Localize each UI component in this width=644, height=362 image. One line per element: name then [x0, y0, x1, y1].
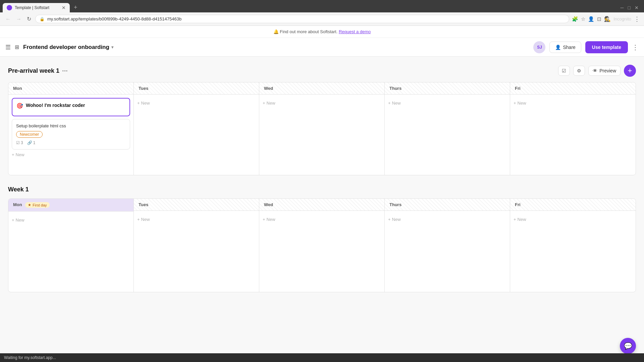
friday-new-button[interactable]: + New: [514, 101, 632, 106]
thursday-body: + New: [385, 95, 510, 175]
task-card-rockstar[interactable]: 🎯 Wohoo! I'm rockstar coder: [12, 98, 130, 116]
week1-monday-new-button[interactable]: + New: [12, 218, 130, 223]
extensions-icon[interactable]: 🧩: [572, 16, 578, 22]
new-label: New: [518, 101, 526, 106]
close-window-button[interactable]: ✕: [635, 5, 639, 10]
plus-icon: +: [12, 152, 14, 157]
status-bar: Waiting for my.softstart.app...: [0, 353, 644, 362]
minimize-button[interactable]: ─: [621, 5, 624, 10]
week1-tuesday-column: Tues + New: [134, 199, 259, 292]
week1-tuesday-new-button[interactable]: + New: [137, 217, 256, 222]
wednesday-body: + New: [259, 95, 384, 175]
section2-header: Week 1: [8, 186, 636, 193]
grid-icon[interactable]: ⊞: [15, 44, 19, 50]
check-count: 3: [21, 140, 23, 145]
tab-favicon: [7, 5, 12, 10]
request-demo-link[interactable]: Request a demo: [339, 29, 371, 34]
monday-body: 🎯 Wohoo! I'm rockstar coder Setup boiler…: [8, 95, 133, 175]
week1-wednesday-header: Wed: [259, 199, 384, 211]
first-day-text: First day: [33, 203, 47, 207]
week1-monday-column: Mon ★ First day + New: [8, 199, 134, 292]
week1-friday-new-button[interactable]: + New: [514, 217, 632, 222]
new-label: New: [16, 218, 24, 223]
tab-close-button[interactable]: ✕: [62, 5, 66, 10]
tab-bar: Template | Softstart ✕ + ─ □ ✕: [0, 0, 644, 12]
new-label: New: [518, 217, 526, 222]
sidebar-toggle-icon[interactable]: ⊡: [597, 16, 601, 22]
monday-header: Mon: [8, 82, 133, 95]
new-tab-button[interactable]: +: [71, 3, 80, 12]
monday-new-button[interactable]: + New: [12, 152, 130, 157]
week1-wednesday-body: + New: [259, 211, 384, 291]
page-title[interactable]: Frontend developer onboarding ▾: [23, 44, 529, 51]
wednesday-label: Wed: [264, 86, 273, 91]
star-icon: ★: [28, 203, 31, 207]
tab-title: Template | Softstart: [15, 5, 59, 10]
eye-icon: 👁: [593, 68, 597, 73]
incognito-icon: 🕵️: [604, 16, 611, 22]
week1-wednesday-new-button[interactable]: + New: [263, 217, 381, 222]
add-section-button[interactable]: +: [624, 65, 636, 77]
week1-tuesday-body: + New: [134, 211, 259, 291]
hamburger-icon[interactable]: ☰: [5, 44, 11, 51]
week1-thursday-new-button[interactable]: + New: [388, 217, 506, 222]
reload-button[interactable]: ↻: [25, 14, 33, 23]
section1-header: Pre-arrival week 1 ··· ☑ ⚙ 👁 Preview +: [8, 65, 636, 77]
back-button[interactable]: ←: [4, 15, 12, 23]
tuesday-body: + New: [134, 95, 259, 175]
url-input[interactable]: [47, 16, 565, 21]
settings-filter-button[interactable]: ⚙: [573, 66, 585, 76]
browser-chrome: Template | Softstart ✕ + ─ □ ✕ ← → ↻ 🔒 🧩…: [0, 0, 644, 26]
week1-wednesday-column: Wed + New: [259, 199, 385, 292]
wednesday-new-button[interactable]: + New: [263, 101, 381, 106]
checkbox-filter-button[interactable]: ☑: [558, 66, 570, 76]
thursday-column: Thurs + New: [385, 82, 510, 175]
plus-icon: +: [388, 217, 391, 222]
new-label: New: [392, 101, 401, 106]
new-label: New: [141, 101, 150, 106]
task-card-boilerplate[interactable]: Setup boilerplate html css Newcomer ☑ 3 …: [12, 119, 130, 149]
section1-options-button[interactable]: ···: [62, 67, 68, 75]
friday-label: Fri: [515, 86, 521, 91]
week1-thursday-header: Thurs: [385, 199, 510, 211]
task-tag-newcomer: Newcomer: [16, 131, 43, 138]
new-label: New: [267, 101, 275, 106]
week1-friday-body: + New: [510, 211, 636, 291]
section1-calendar: Mon 🎯 Wohoo! I'm rockstar coder Setup bo…: [8, 82, 636, 175]
chat-button[interactable]: 💬: [620, 338, 636, 354]
week1-friday-header: Fri: [510, 199, 636, 211]
tuesday-column: Tues + New: [134, 82, 259, 175]
maximize-button[interactable]: □: [628, 5, 631, 10]
bookmark-icon[interactable]: ☆: [581, 16, 585, 22]
week1-wednesday-label: Wed: [264, 202, 273, 207]
section1-title: Pre-arrival week 1 ···: [8, 67, 68, 75]
address-bar[interactable]: 🔒: [35, 15, 569, 23]
more-options-button[interactable]: ⋮: [632, 43, 639, 51]
first-day-badge: ★ First day: [25, 202, 49, 208]
forward-button[interactable]: →: [15, 15, 23, 23]
profile-icon[interactable]: 👤: [588, 16, 594, 22]
app-content: Pre-arrival week 1 ··· ☑ ⚙ 👁 Preview + M…: [0, 57, 644, 362]
preview-button[interactable]: 👁 Preview: [588, 66, 621, 76]
plus-icon: +: [514, 217, 516, 222]
tuesday-new-button[interactable]: + New: [137, 101, 256, 106]
thursday-header: Thurs: [385, 82, 510, 95]
user-avatar[interactable]: SJ: [533, 41, 545, 53]
friday-body: + New: [510, 95, 636, 175]
new-label: New: [267, 217, 275, 222]
nav-actions: 🧩 ☆ 👤 ⊡ 🕵️ Incognito ⋮: [572, 15, 640, 23]
thursday-new-button[interactable]: + New: [388, 101, 506, 106]
friday-column: Fri + New: [510, 82, 636, 175]
checkbox-icon: ☑: [562, 68, 566, 73]
week1-tuesday-label: Tues: [139, 202, 148, 207]
share-button[interactable]: 👤 Share: [549, 42, 581, 53]
active-tab[interactable]: Template | Softstart ✕: [3, 3, 70, 12]
week1-monday-body: + New: [8, 212, 133, 292]
menu-icon[interactable]: ⋮: [634, 15, 640, 23]
section1-title-text: Pre-arrival week 1: [8, 67, 59, 74]
page-title-text: Frontend developer onboarding: [23, 44, 109, 51]
section2: Week 1 Mon ★ First day + New: [8, 186, 636, 292]
week1-tuesday-header: Tues: [134, 199, 259, 211]
chat-icon: 💬: [624, 342, 632, 350]
use-template-button[interactable]: Use template: [585, 41, 628, 53]
